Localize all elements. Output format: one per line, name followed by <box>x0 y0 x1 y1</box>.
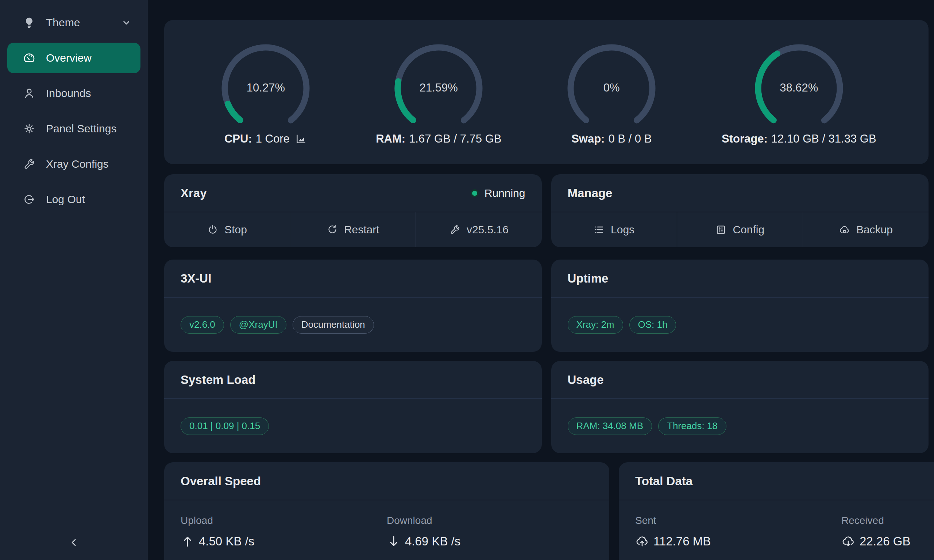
sent-value: 112.76 MB <box>653 534 711 548</box>
sidebar-item-overview[interactable]: Overview <box>7 43 140 73</box>
cpu-percent: 10.27% <box>216 81 315 94</box>
system-stats-card: 10.27% CPU: 1 Core 21.59% RAM: 1.67 GB <box>164 20 929 164</box>
gear-icon <box>23 122 36 135</box>
chevron-left-icon <box>69 537 80 548</box>
manage-card: Manage Logs Config <box>551 174 929 247</box>
wrench-icon <box>449 224 461 235</box>
download-stat: Download 4.69 KB /s <box>387 515 593 560</box>
sidebar-item-inbounds[interactable]: Inbounds <box>7 78 140 109</box>
documentation-link-tag[interactable]: Documentation <box>293 316 374 334</box>
overall-speed-card: Overall Speed Upload 4.50 KB /s Download <box>164 462 609 560</box>
sent-stat: Sent 112.76 MB <box>635 515 842 560</box>
config-button[interactable]: Config <box>677 212 803 247</box>
sidebar-item-label: Panel Settings <box>46 123 116 135</box>
dashboard-icon <box>23 51 36 65</box>
cpu-gauge-dial: 10.27% <box>216 39 315 137</box>
cloud-download-icon <box>842 534 855 548</box>
upload-stat: Upload 4.50 KB /s <box>180 515 387 560</box>
user-icon <box>23 87 36 100</box>
sidebar: Theme Overview Inbounds Panel Settings X… <box>0 0 148 560</box>
xray-status-text: Running <box>484 187 526 199</box>
threads-tag: Threads: 18 <box>658 417 726 435</box>
sidebar-item-label: Xray Configs <box>46 158 109 170</box>
lightbulb-icon <box>23 16 36 29</box>
load-average-tag: 0.01 | 0.09 | 0.15 <box>180 417 269 435</box>
gauge-ram: 21.59% RAM: 1.67 GB / 7.75 GB <box>376 39 501 145</box>
xray-version-button[interactable]: v25.5.16 <box>416 212 541 247</box>
ram-gauge-dial: 21.59% <box>389 39 488 137</box>
gauge-storage: 38.62% Storage: 12.10 GB / 31.33 GB <box>722 39 876 145</box>
main-content: 10.27% CPU: 1 Core 21.59% RAM: 1.67 GB <box>148 0 934 560</box>
sidebar-item-panel-settings[interactable]: Panel Settings <box>7 113 140 144</box>
chevron-down-icon <box>121 17 132 28</box>
logout-icon <box>23 193 36 206</box>
xray-restart-button[interactable]: Restart <box>290 212 416 247</box>
received-label: Received <box>842 515 934 526</box>
upload-label: Upload <box>180 515 387 526</box>
cloud-backup-icon <box>839 224 851 235</box>
sidebar-item-label: Inbounds <box>46 87 91 100</box>
overall-speed-card-title: Overall Speed <box>180 474 261 488</box>
cloud-upload-icon <box>635 534 649 548</box>
xray-uptime-tag: Xray: 2m <box>568 316 623 334</box>
list-icon <box>593 224 605 235</box>
running-status-dot <box>471 189 479 197</box>
xray-stop-button[interactable]: Stop <box>164 212 290 247</box>
sent-label: Sent <box>635 515 842 526</box>
download-label: Download <box>387 515 593 526</box>
system-load-card-title: System Load <box>180 373 255 387</box>
sidebar-item-log-out[interactable]: Log Out <box>7 184 140 215</box>
sidebar-item-theme[interactable]: Theme <box>7 7 140 38</box>
wrench-icon <box>23 157 36 171</box>
uptime-card: Uptime Xray: 2m OS: 1h <box>551 260 929 352</box>
gauge-cpu: 10.27% CPU: 1 Core <box>216 39 315 145</box>
total-data-card-title: Total Data <box>635 474 692 488</box>
backup-button[interactable]: Backup <box>803 212 929 247</box>
received-value: 22.26 GB <box>860 534 910 548</box>
storage-gauge-dial: 38.62% <box>750 39 848 137</box>
xrayui-link-tag[interactable]: @XrayUI <box>230 316 287 334</box>
swap-gauge-dial: 0% <box>562 39 661 137</box>
storage-percent: 38.62% <box>750 81 848 94</box>
sidebar-item-label: Overview <box>46 52 92 64</box>
arrow-down-icon <box>387 534 401 548</box>
version-tag[interactable]: v2.6.0 <box>180 316 224 334</box>
xray-card: Xray Running Stop Restart <box>164 174 542 247</box>
received-stat: Received 22.26 GB <box>842 515 934 560</box>
usage-card: Usage RAM: 34.08 MB Threads: 18 <box>551 361 929 453</box>
xui-card: 3X-UI v2.6.0 @XrayUI Documentation <box>164 260 542 352</box>
restart-icon <box>327 224 338 235</box>
sliders-icon <box>715 224 727 235</box>
upload-value: 4.50 KB /s <box>199 534 254 548</box>
arrow-up-icon <box>180 534 194 548</box>
os-uptime-tag: OS: 1h <box>629 316 677 334</box>
sidebar-item-xray-configs[interactable]: Xray Configs <box>7 149 140 179</box>
xui-card-title: 3X-UI <box>180 272 211 285</box>
sidebar-item-label: Log Out <box>46 193 85 206</box>
swap-percent: 0% <box>562 81 661 94</box>
usage-card-title: Usage <box>568 373 604 387</box>
power-icon <box>207 224 219 235</box>
xray-card-title: Xray <box>180 186 207 200</box>
sidebar-collapse-button[interactable] <box>63 532 85 554</box>
ram-usage-tag: RAM: 34.08 MB <box>568 417 652 435</box>
download-value: 4.69 KB /s <box>405 534 461 548</box>
xray-status-badge: Running <box>471 187 526 199</box>
total-data-card: Total Data Sent 112.76 MB Received <box>619 462 934 560</box>
logs-button[interactable]: Logs <box>551 212 677 247</box>
uptime-card-title: Uptime <box>568 272 609 285</box>
gauge-swap: 0% Swap: 0 B / 0 B <box>562 39 661 145</box>
system-load-card: System Load 0.01 | 0.09 | 0.15 <box>164 361 542 453</box>
ram-percent: 21.59% <box>389 81 488 94</box>
sidebar-item-label: Theme <box>46 16 80 29</box>
manage-card-title: Manage <box>568 186 613 200</box>
